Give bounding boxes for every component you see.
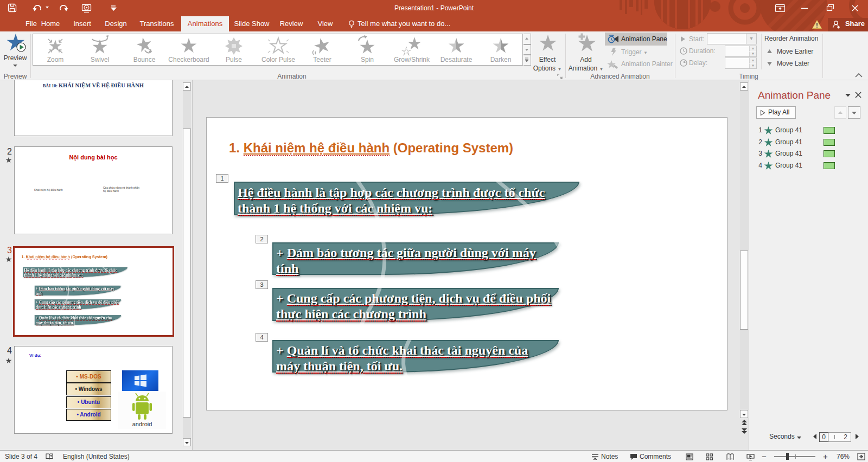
svg-text:android: android: [132, 421, 152, 427]
